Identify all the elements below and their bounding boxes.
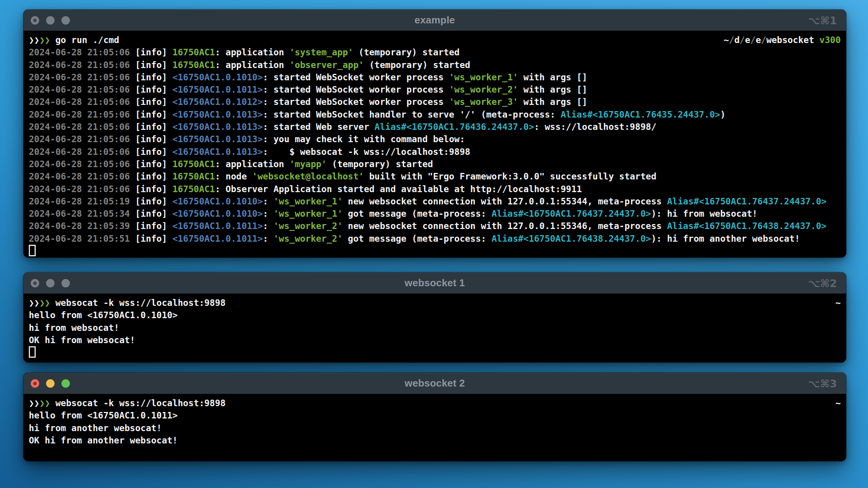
terminal-text: with args [] — [518, 72, 587, 82]
terminal-text: [info] — [135, 147, 172, 157]
zoom-button[interactable] — [61, 16, 70, 25]
terminal-text: 2024-06-28 21:05:06 — [29, 110, 135, 120]
terminal-text: : Observer Application started and avail… — [215, 184, 582, 194]
terminal-text: go run ./cmd — [50, 35, 119, 45]
terminal-text: (temporary) started — [364, 60, 470, 70]
terminal-text: 'myapp' — [290, 159, 327, 169]
terminal-text: ) — [720, 110, 726, 120]
terminal-text: (temporary) started — [353, 47, 460, 57]
terminal-text: : — [263, 221, 273, 231]
titlebar[interactable]: websocket 2 ⌥⌘3 — [23, 373, 846, 394]
terminal-text: with args [] — [518, 97, 587, 107]
terminal-text: <16750AC1.0.1010> — [172, 209, 263, 219]
terminal-text: 2024-06-28 21:05:39 — [29, 221, 135, 231]
traffic-lights — [23, 279, 70, 287]
terminal-text: <16750AC1.0.1013> — [172, 147, 263, 157]
minimize-button[interactable] — [46, 279, 55, 287]
terminal-text: [info] — [135, 72, 172, 82]
terminal-text: Alias#<16750AC1.76438.24437.0> — [492, 234, 651, 244]
terminal-text: / — [740, 35, 745, 45]
terminal-text: / — [750, 35, 756, 45]
terminal-text: 2024-06-28 21:05:06 — [29, 72, 135, 82]
terminal-text: 2024-06-28 21:05:06 — [29, 85, 135, 95]
terminal-text: : — [263, 196, 273, 206]
terminal-text: ): hi from another websocat! — [651, 234, 800, 244]
terminal-output[interactable]: ❯❯❯❯ websocat -k wss://localhost:9898~he… — [23, 394, 846, 461]
terminal-text: Alias#<16750AC1.76438.24437.0> — [667, 221, 827, 231]
minimize-button[interactable] — [46, 379, 55, 388]
terminal-text: v300 — [820, 35, 841, 45]
terminal-text: ~ — [835, 298, 841, 308]
terminal-text: <16750AC1.0.1011> — [172, 85, 263, 95]
terminal-line — [29, 346, 841, 359]
terminal-window-example: example ⌥⌘1 ❯❯❯❯ go run ./cmd~/d/e/e/web… — [23, 10, 846, 257]
terminal-text: 2024-06-28 21:05:06 — [29, 159, 135, 169]
zoom-button[interactable] — [61, 379, 70, 388]
terminal-text: [info] — [135, 134, 172, 144]
minimize-button[interactable] — [46, 16, 55, 25]
window-shortcut-badge: ⌥⌘2 — [808, 277, 837, 289]
terminal-text: with args [] — [518, 85, 587, 95]
terminal-line: 2024-06-28 21:05:06 [info] <16750AC1.0.1… — [29, 83, 841, 96]
terminal-line: 2024-06-28 21:05:06 [info] 16750AC1: app… — [29, 158, 841, 170]
terminal-line: 2024-06-28 21:05:06 [info] 16750AC1: Obs… — [29, 183, 841, 195]
terminal-line: OK hi from another websocat! — [29, 434, 841, 447]
terminal-text: ❯❯ — [29, 298, 40, 308]
close-button[interactable] — [31, 16, 39, 25]
desktop: { "colors": { "background_top": "#47aee7… — [0, 0, 868, 488]
terminal-text: : — [263, 234, 273, 244]
terminal-text: 2024-06-28 21:05:06 — [29, 171, 135, 181]
terminal-line: ❯❯❯❯ websocat -k wss://localhost:9898~ — [29, 397, 841, 409]
terminal-line: 2024-06-28 21:05:06 [info] <16750AC1.0.1… — [29, 121, 841, 133]
terminal-output[interactable]: ❯❯❯❯ go run ./cmd~/d/e/e/websocket v3002… — [23, 31, 846, 257]
terminal-text: 'ws_worker_1' — [449, 72, 518, 82]
zoom-button[interactable] — [61, 279, 70, 287]
terminal-text: ❯❯ — [40, 35, 50, 45]
terminal-text: [info] — [135, 85, 172, 95]
terminal-text: [info] — [135, 47, 172, 57]
terminal-text: : started WebSocket worker process — [263, 85, 449, 95]
terminal-line: 2024-06-28 21:05:06 [info] 16750AC1: nod… — [29, 170, 841, 183]
terminal-cursor — [29, 346, 36, 358]
terminal-text: 2024-06-28 21:05:06 — [29, 184, 135, 194]
terminal-text: 'ws_worker_2' — [449, 85, 518, 95]
terminal-text: e — [745, 35, 750, 45]
terminal-line: 2024-06-28 21:05:34 [info] <16750AC1.0.1… — [29, 207, 841, 220]
terminal-text: [info] — [135, 209, 172, 219]
terminal-text: [info] — [135, 221, 172, 231]
terminal-text: [info] — [135, 60, 172, 70]
titlebar[interactable]: websocket 1 ⌥⌘2 — [23, 272, 846, 294]
terminal-line: 2024-06-28 21:05:06 [info] <16750AC1.0.1… — [29, 133, 841, 145]
right-prompt: ~/d/e/e/websocket v300 — [724, 34, 841, 46]
terminal-text: [info] — [135, 159, 172, 169]
terminal-text: 'ws_worker_2' — [273, 221, 343, 231]
terminal-text: ❯❯ — [29, 398, 40, 408]
window-shortcut-badge: ⌥⌘3 — [808, 377, 837, 389]
terminal-text: 'websocket@localhost' — [252, 171, 364, 181]
terminal-text: <16750AC1.0.1011> — [172, 234, 263, 244]
close-button[interactable] — [31, 379, 39, 388]
terminal-text: : application — [215, 60, 290, 70]
terminal-text: [info] — [135, 97, 172, 107]
terminal-text: 16750AC1 — [172, 47, 215, 57]
terminal-text: got message (meta-process: — [343, 209, 492, 219]
terminal-line: 2024-06-28 21:05:06 [info] <16750AC1.0.1… — [29, 96, 841, 108]
terminal-text: OK hi from websocat! — [29, 335, 135, 345]
terminal-text: e — [755, 35, 761, 45]
terminal-line: hello from <16750AC1.0.1011> — [29, 409, 841, 422]
titlebar[interactable]: example ⌥⌘1 — [23, 10, 846, 31]
terminal-text: 2024-06-28 21:05:34 — [29, 209, 135, 219]
window-title: websocket 1 — [23, 277, 846, 289]
terminal-output[interactable]: ❯❯❯❯ websocat -k wss://localhost:9898~he… — [23, 294, 846, 362]
close-button[interactable] — [31, 279, 39, 287]
terminal-text: <16750AC1.0.1013> — [172, 110, 263, 120]
terminal-text: 'ws_worker_1' — [273, 209, 343, 219]
terminal-window-websocket-1: websocket 1 ⌥⌘2 ❯❯❯❯ websocat -k wss://l… — [23, 272, 846, 362]
terminal-text: websocket — [766, 35, 819, 45]
terminal-text: : started WebSocket worker process — [263, 72, 449, 82]
terminal-text: 2024-06-28 21:05:06 — [29, 134, 135, 144]
terminal-text: new websocket connection with 127.0.0.1:… — [343, 196, 667, 206]
terminal-text: : application — [215, 159, 290, 169]
terminal-text: 2024-06-28 21:05:06 — [29, 60, 135, 70]
terminal-text: [info] — [135, 234, 172, 244]
